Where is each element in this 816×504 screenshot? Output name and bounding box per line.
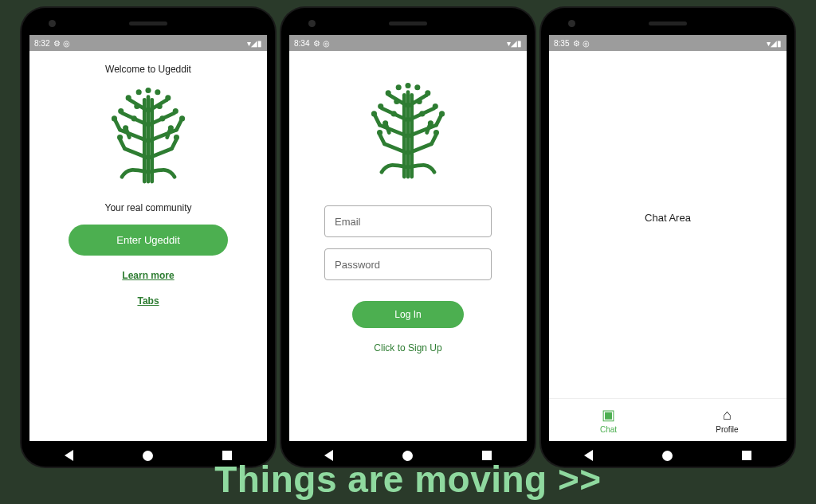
signup-link[interactable]: Click to Sign Up — [374, 342, 441, 354]
signal-battery-icon: ▾◢▮ — [247, 39, 262, 48]
subtitle: Your real community — [105, 202, 192, 213]
status-time: 8:34 — [294, 39, 309, 48]
speaker-icon — [389, 21, 427, 25]
camera-icon — [568, 20, 575, 27]
speaker-icon — [129, 21, 167, 25]
tab-label: Profile — [716, 425, 738, 434]
password-field[interactable] — [324, 248, 492, 280]
tab-label: Chat — [600, 425, 617, 434]
tabs-link[interactable]: Tabs — [137, 295, 159, 307]
bottom-tabs: ▣ Chat ⌂ Profile — [549, 398, 787, 441]
status-time: 8:32 — [34, 39, 49, 48]
phone-welcome: 8:32 ⚙ ◎ ▾◢▮ Welcome to Ugeddit Your rea… — [22, 8, 275, 467]
chat-area-label: Chat Area — [645, 212, 691, 224]
phone-chat: 8:35 ⚙ ◎ ▾◢▮ Chat Area ▣ Chat ⌂ — [541, 8, 794, 467]
status-icons: ⚙ ◎ — [53, 39, 70, 48]
tab-chat[interactable]: ▣ Chat — [549, 399, 668, 441]
tab-profile[interactable]: ⌂ Profile — [668, 399, 787, 441]
signal-battery-icon: ▾◢▮ — [507, 39, 522, 48]
home-icon: ⌂ — [723, 407, 732, 424]
learn-more-link[interactable]: Learn more — [122, 270, 174, 281]
login-button[interactable]: Log In — [352, 301, 464, 328]
camera-icon — [49, 20, 56, 27]
enter-button[interactable]: Enter Ugeddit — [69, 225, 228, 256]
screen: 8:32 ⚙ ◎ ▾◢▮ Welcome to Ugeddit Your rea… — [29, 35, 267, 441]
status-bar: 8:32 ⚙ ◎ ▾◢▮ — [29, 35, 267, 51]
email-field[interactable] — [324, 205, 492, 237]
chat-icon: ▣ — [602, 406, 615, 424]
screen: 8:35 ⚙ ◎ ▾◢▮ Chat Area ▣ Chat ⌂ — [549, 35, 787, 441]
welcome-title: Welcome to Ugeddit — [105, 64, 191, 75]
tree-logo-icon — [360, 78, 456, 182]
status-bar: 8:35 ⚙ ◎ ▾◢▮ — [549, 35, 787, 51]
status-icons: ⚙ ◎ — [573, 39, 590, 48]
phones-row: 8:32 ⚙ ◎ ▾◢▮ Welcome to Ugeddit Your rea… — [0, 0, 816, 467]
status-time: 8:35 — [554, 39, 569, 48]
status-bar: 8:34 ⚙ ◎ ▾◢▮ — [289, 35, 527, 51]
phone-bezel-top — [549, 16, 787, 30]
status-icons: ⚙ ◎ — [313, 39, 330, 48]
caption-text: Things are moving >> — [0, 458, 816, 504]
tree-logo-icon — [100, 83, 196, 186]
phone-bezel-top — [289, 16, 527, 30]
phone-login: 8:34 ⚙ ◎ ▾◢▮ Log In Click to Sign Up — [281, 8, 535, 467]
screen: 8:34 ⚙ ◎ ▾◢▮ Log In Click to Sign Up — [289, 35, 527, 441]
camera-icon — [308, 20, 316, 27]
signal-battery-icon: ▾◢▮ — [767, 39, 782, 48]
phone-bezel-top — [29, 16, 267, 30]
speaker-icon — [649, 21, 687, 25]
